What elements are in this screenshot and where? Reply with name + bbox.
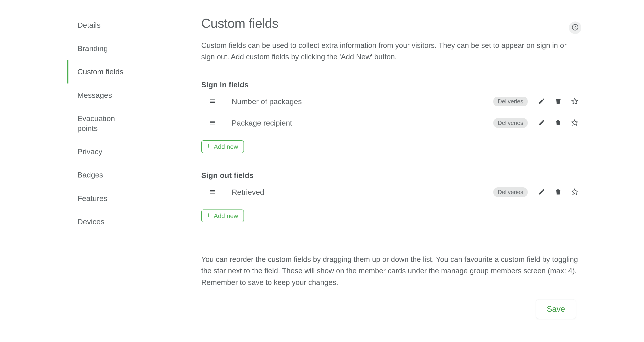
field-name: Retrieved (225, 188, 493, 196)
pencil-icon (538, 119, 545, 127)
drag-icon (209, 98, 216, 105)
sign-in-field-list: Number of packages Deliveries Package re… (201, 91, 582, 134)
sidebar-item-privacy[interactable]: Privacy (67, 140, 139, 163)
drag-icon (209, 119, 216, 127)
sidebar-item-label: Details (77, 21, 100, 29)
page-title: Custom fields (201, 16, 582, 31)
sidebar-item-label: Evacuation points (77, 114, 115, 133)
edit-button[interactable] (538, 188, 546, 196)
favourite-toggle[interactable] (571, 119, 579, 127)
sidebar-item-label: Branding (77, 44, 108, 53)
save-label: Save (547, 304, 565, 313)
sidebar-item-messages[interactable]: Messages (67, 84, 139, 107)
delete-button[interactable] (554, 188, 562, 196)
plus-icon (206, 212, 212, 220)
sidebar-item-details[interactable]: Details (67, 14, 139, 37)
star-icon (571, 98, 578, 106)
help-button[interactable] (569, 22, 582, 34)
plus-icon (206, 143, 212, 150)
sidebar-item-badges[interactable]: Badges (67, 163, 139, 186)
drag-handle[interactable] (209, 188, 225, 196)
pencil-icon (538, 188, 545, 196)
star-icon (571, 188, 578, 196)
trash-icon (554, 119, 562, 127)
add-new-sign-out-button[interactable]: Add new (201, 209, 244, 222)
field-row: Number of packages Deliveries (201, 91, 582, 112)
sidebar-item-label: Messages (77, 91, 112, 99)
sidebar-item-label: Custom fields (77, 67, 124, 76)
help-icon (571, 24, 579, 32)
field-name: Number of packages (225, 97, 493, 106)
field-actions (533, 188, 582, 196)
pencil-icon (538, 98, 545, 106)
delete-button[interactable] (554, 119, 562, 127)
page-intro: Custom fields can be used to collect ext… (201, 40, 582, 63)
trash-icon (554, 98, 562, 106)
main-content: Custom fields Custom fields can be used … (139, 9, 582, 319)
edit-button[interactable] (538, 98, 546, 106)
sidebar-item-evacuation-points[interactable]: Evacuation points (67, 107, 139, 140)
star-icon (571, 119, 578, 127)
field-tag-badge: Deliveries (493, 97, 528, 106)
drag-handle[interactable] (209, 98, 225, 105)
field-row: Retrieved Deliveries (201, 182, 582, 203)
add-new-label: Add new (214, 212, 238, 220)
sidebar-item-label: Badges (77, 171, 103, 179)
sidebar-item-branding[interactable]: Branding (67, 37, 139, 60)
sidebar-item-label: Devices (77, 217, 104, 226)
field-actions (533, 98, 582, 106)
save-row: Save (201, 299, 582, 319)
sidebar-item-devices[interactable]: Devices (67, 210, 139, 233)
sign-in-heading: Sign in fields (201, 80, 582, 89)
drag-icon (209, 188, 216, 196)
field-tag-badge: Deliveries (493, 187, 528, 197)
sign-out-heading: Sign out fields (201, 171, 582, 180)
favourite-toggle[interactable] (571, 188, 579, 196)
sidebar-item-label: Features (77, 194, 107, 203)
delete-button[interactable] (554, 98, 562, 106)
field-actions (533, 119, 582, 127)
save-button[interactable]: Save (536, 299, 576, 319)
sidebar-item-label: Privacy (77, 147, 102, 156)
field-tag-badge: Deliveries (493, 118, 528, 128)
edit-button[interactable] (538, 119, 546, 127)
footer-note: You can reorder the custom fields by dra… (201, 254, 582, 288)
favourite-toggle[interactable] (571, 98, 579, 106)
field-row: Package recipient Deliveries (201, 112, 582, 134)
sidebar-item-custom-fields[interactable]: Custom fields (67, 60, 139, 83)
drag-handle[interactable] (209, 119, 225, 127)
trash-icon (554, 188, 562, 196)
add-new-label: Add new (214, 143, 238, 150)
field-name: Package recipient (225, 119, 493, 127)
sidebar-item-features[interactable]: Features (67, 187, 139, 210)
add-new-sign-in-button[interactable]: Add new (201, 140, 244, 153)
settings-sidebar: Details Branding Custom fields Messages … (67, 9, 139, 319)
sign-out-field-list: Retrieved Deliveries (201, 182, 582, 203)
